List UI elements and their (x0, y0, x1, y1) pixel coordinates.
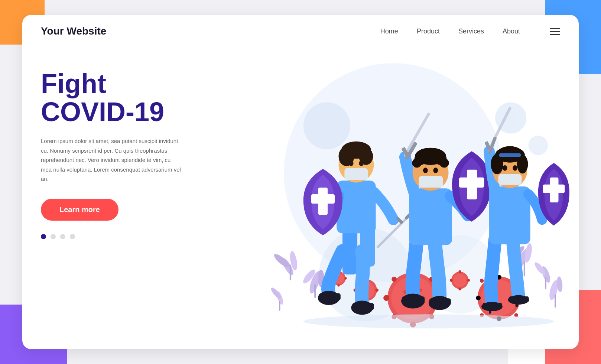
left-panel: Fight COVID-19 Lorem ipsum dolor sit ame… (22, 55, 208, 348)
svg-point-67 (450, 279, 452, 282)
svg-point-8 (272, 252, 291, 270)
svg-rect-90 (311, 194, 335, 204)
svg-point-3 (528, 136, 548, 155)
svg-rect-16 (279, 301, 280, 311)
svg-point-135 (303, 314, 554, 328)
svg-rect-126 (499, 153, 521, 157)
svg-point-64 (453, 274, 467, 287)
hero-description: Lorem ipsum dolor sit amet, sea putant s… (41, 136, 182, 184)
svg-point-87 (349, 160, 354, 166)
svg-point-107 (423, 168, 428, 173)
svg-rect-23 (545, 277, 546, 289)
dot-2[interactable] (51, 234, 56, 239)
svg-point-1 (303, 102, 350, 149)
dot-4[interactable] (70, 234, 75, 239)
svg-rect-97 (429, 298, 451, 305)
svg-point-66 (458, 287, 461, 290)
carousel-dots (41, 234, 189, 239)
svg-rect-9 (290, 265, 291, 280)
nav-about[interactable]: About (503, 27, 520, 35)
nav-home[interactable]: Home (380, 27, 398, 35)
svg-point-88 (359, 160, 364, 166)
svg-rect-13 (314, 284, 316, 298)
svg-point-65 (458, 270, 461, 273)
svg-rect-86 (344, 168, 368, 180)
svg-point-62 (376, 289, 379, 292)
dot-3[interactable] (60, 234, 65, 239)
svg-rect-20 (524, 261, 525, 276)
hamburger-menu-icon[interactable] (550, 28, 560, 35)
svg-point-53 (480, 279, 484, 283)
svg-point-125 (517, 155, 528, 174)
svg-rect-106 (419, 176, 443, 188)
heading-line1: Fight (41, 69, 106, 98)
right-illustration-panel (208, 55, 579, 348)
svg-point-15 (270, 286, 282, 300)
logo: Your Website (41, 25, 380, 37)
svg-rect-78 (319, 293, 341, 300)
svg-point-44 (419, 289, 422, 292)
svg-rect-116 (489, 308, 491, 313)
svg-rect-127 (498, 174, 522, 185)
content-area: Fight COVID-19 Lorem ipsum dolor sit ame… (22, 48, 579, 348)
svg-rect-95 (402, 296, 425, 304)
navigation: Home Product Services About (380, 27, 560, 35)
svg-point-68 (467, 279, 470, 282)
hero-illustration (208, 55, 579, 341)
svg-rect-26 (555, 294, 556, 308)
nav-services[interactable]: Services (458, 27, 484, 35)
svg-point-128 (503, 165, 507, 171)
svg-rect-80 (352, 303, 374, 310)
header: Your Website Home Product Services About (22, 15, 579, 48)
svg-point-74 (344, 277, 347, 279)
svg-rect-110 (459, 178, 484, 188)
svg-point-129 (513, 165, 517, 171)
svg-rect-131 (543, 185, 565, 193)
svg-point-72 (337, 284, 340, 286)
svg-point-37 (384, 295, 389, 301)
svg-rect-115 (483, 303, 502, 309)
learn-more-button[interactable]: Learn more (41, 199, 118, 221)
svg-point-104 (412, 158, 422, 168)
heading-line2: COVID-19 (41, 97, 164, 127)
svg-rect-118 (509, 296, 529, 302)
svg-point-108 (433, 168, 438, 173)
hero-heading: Fight COVID-19 (41, 70, 189, 126)
nav-product[interactable]: Product (417, 27, 440, 35)
main-card: Your Website Home Product Services About… (22, 15, 579, 349)
svg-rect-119 (516, 301, 518, 307)
svg-point-51 (476, 296, 481, 300)
svg-point-39 (392, 277, 397, 282)
dot-1[interactable] (41, 234, 46, 239)
svg-point-105 (439, 158, 449, 168)
